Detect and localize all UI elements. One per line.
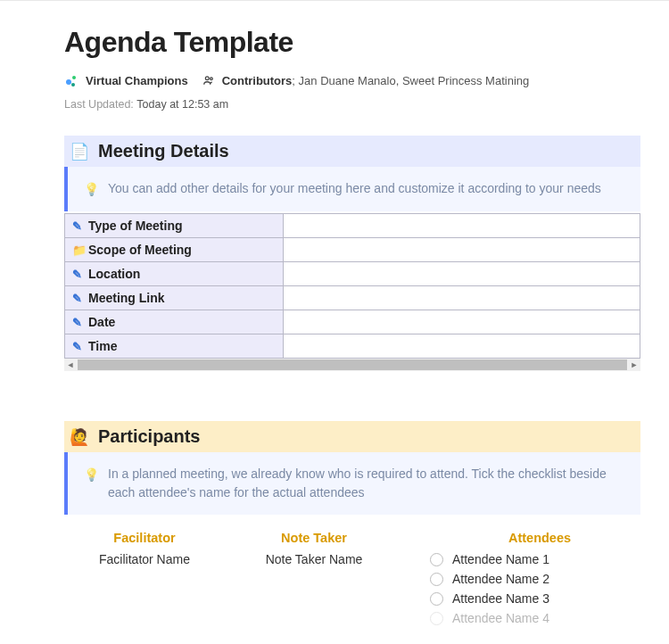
detail-value-cell[interactable] (284, 310, 640, 334)
table-row: ✎Time (65, 334, 640, 359)
section-header-meeting-details: 📄 Meeting Details (64, 136, 640, 167)
detail-value-cell[interactable] (284, 334, 640, 359)
meta-row: Virtual Champions Contributors; Jan Duan… (64, 73, 640, 87)
facilitator-heading: Facilitator (64, 531, 225, 545)
section-title-participants: Participants (98, 426, 200, 447)
org-name: Virtual Champions (86, 74, 188, 87)
pencil-icon: ✎ (72, 340, 85, 353)
wave-icon: 🙋 (70, 427, 89, 447)
detail-label-cell: 📁Scope of Meeting (65, 238, 284, 262)
participants-grid: Facilitator Facilitator Name Note Taker … (64, 531, 640, 631)
pencil-icon: ✎ (72, 316, 85, 329)
pencil-icon: ✎ (72, 292, 85, 305)
detail-value-cell[interactable] (284, 286, 640, 310)
tip-meeting-details: 💡 You can add other details for your mee… (64, 167, 640, 211)
lightbulb-icon: 💡 (84, 466, 99, 484)
detail-label-cell: ✎Meeting Link (65, 286, 284, 310)
scroll-track[interactable] (78, 359, 627, 370)
last-updated: Last Updated: Today at 12:53 am (64, 98, 640, 111)
scroll-left-arrow-icon[interactable]: ◄ (64, 360, 77, 369)
table-row: ✎Meeting Link (65, 286, 640, 310)
last-updated-label: Last Updated: (64, 98, 136, 111)
detail-value-cell[interactable] (284, 214, 640, 238)
detail-label-cell: ✎Time (65, 334, 284, 359)
attendee-checkbox[interactable] (430, 553, 443, 566)
detail-value-cell[interactable] (284, 238, 640, 262)
attendee-checkbox[interactable] (430, 592, 443, 606)
contributors-label: Contributors (222, 74, 293, 87)
tip-text-participants: In a planned meeting, we already know wh… (108, 465, 626, 502)
table-row: ✎Date (65, 310, 640, 334)
section-title-meeting-details: Meeting Details (98, 141, 229, 161)
attendee-checkbox[interactable] (430, 612, 443, 625)
svg-point-1 (210, 78, 212, 80)
attendee-checkbox[interactable] (430, 573, 443, 586)
notes-icon: 📄 (70, 142, 89, 161)
horizontal-scrollbar[interactable]: ◄ ► (64, 359, 640, 371)
attendee-name: Attendee Name 1 (452, 552, 549, 566)
page-title: Agenda Template (64, 26, 640, 59)
detail-label-cell: ✎Location (65, 262, 284, 286)
attendee-row: Attendee Name 3 (430, 591, 640, 606)
attendee-name: Attendee Name 3 (452, 591, 549, 606)
detail-label: Type of Meeting (88, 219, 183, 233)
attendee-row: Attendee Name 4 (430, 611, 640, 625)
attendee-row: Attendee Name 2 (430, 572, 640, 586)
attendees-heading: Attendees (430, 531, 640, 545)
scroll-right-arrow-icon[interactable]: ► (628, 360, 640, 369)
org-logo-icon (64, 73, 78, 87)
notetaker-heading: Note Taker (225, 531, 403, 545)
table-row: ✎Location (65, 262, 640, 286)
attendee-name: Attendee Name 4 (452, 611, 549, 625)
detail-label: Meeting Link (88, 291, 165, 305)
last-updated-value: Today at 12:53 am (136, 98, 228, 111)
detail-label-cell: ✎Date (65, 310, 284, 334)
detail-value-cell[interactable] (284, 262, 640, 286)
facilitator-value: Facilitator Name (64, 552, 225, 566)
folder-icon: 📁 (72, 244, 85, 257)
table-row: ✎Type of Meeting (65, 214, 640, 238)
contributors-names: ; Jan Duane Manalo, Sweet Princess Matin… (292, 74, 529, 87)
attendee-name: Attendee Name 2 (452, 572, 549, 586)
detail-label: Time (88, 339, 117, 353)
svg-point-0 (205, 77, 209, 80)
attendee-row: Attendee Name 1 (430, 552, 640, 566)
meeting-details-table: ✎Type of Meeting📁Scope of Meeting✎Locati… (64, 213, 640, 359)
pencil-icon: ✎ (72, 219, 85, 233)
detail-label: Location (88, 267, 140, 281)
detail-label-cell: ✎Type of Meeting (65, 214, 284, 238)
section-header-participants: 🙋 Participants (64, 421, 640, 452)
notetaker-value: Note Taker Name (225, 552, 403, 566)
contributors-icon (202, 74, 215, 87)
detail-label: Date (88, 315, 115, 329)
tip-text-meeting-details: You can add other details for your meeti… (108, 179, 601, 198)
pencil-icon: ✎ (72, 268, 85, 281)
lightbulb-icon: 💡 (84, 180, 99, 199)
tip-participants: 💡 In a planned meeting, we already know … (64, 452, 640, 515)
detail-label: Scope of Meeting (88, 243, 192, 257)
table-row: 📁Scope of Meeting (65, 238, 640, 262)
